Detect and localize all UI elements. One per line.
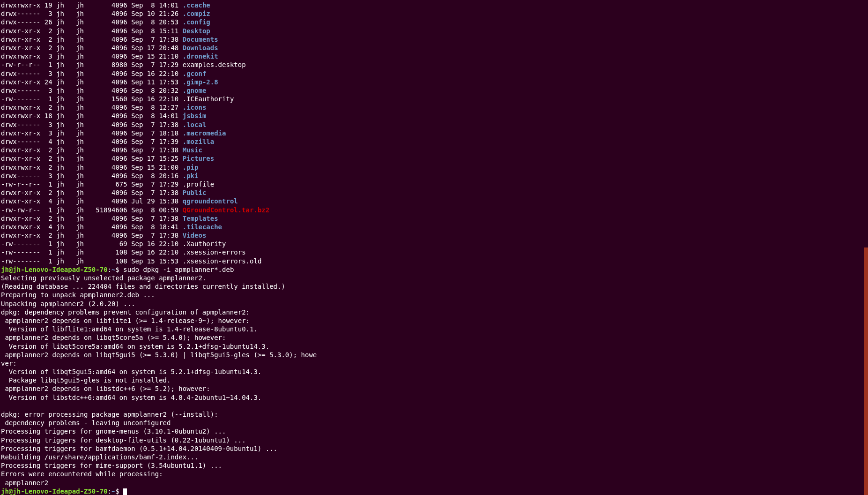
scrollbar-track[interactable] [864,0,868,495]
directory-name: qgroundcontrol [183,197,238,205]
ls-entry: drwxr-xr-x 2 jh jh 4096 Sep 7 17:38 Musi… [1,146,867,154]
directory-name: .gnome [183,87,207,94]
directory-name: Desktop [183,27,210,35]
ls-entry: drwx------ 3 jh jh 4096 Sep 8 20:32 .gno… [1,86,867,95]
file-name: .xsession-errors [183,248,246,256]
ls-entry: drwxr-xr-x 2 jh jh 4096 Sep 7 17:38 Publ… [1,188,867,197]
output-line: apmplanner2 [1,479,867,487]
ls-entry: -rw-r--r-- 1 jh jh 675 Sep 7 17:29 .prof… [1,180,867,188]
directory-name: .pip [183,164,199,171]
output-line: Version of libflite1:amd64 on system is … [1,325,867,333]
directory-name: Documents [183,36,218,43]
output-line: Processing triggers for mime-support (3.… [1,461,867,470]
output-line: dependency problems - leaving unconfigur… [1,419,867,427]
ls-entry: drwx------ 3 jh jh 4096 Sep 16 22:10 .gc… [1,69,867,78]
ls-entry: drwxrwxr-x 4 jh jh 4096 Sep 8 18:41 .til… [1,223,867,231]
ls-entry: drwxr-xr-x 4 jh jh 4096 Jul 29 15:38 qgr… [1,197,867,205]
directory-name: .icons [183,104,207,111]
prompt-dollar: $ [115,488,123,495]
ls-entry: drwxr-xr-x 3 jh jh 4096 Sep 7 18:18 .mac… [1,129,867,137]
ls-entry: drwxrwxr-x 18 jh jh 4096 Sep 8 14:01 jsb… [1,112,867,120]
ls-entry: drwxr-xr-x 2 jh jh 4096 Sep 7 17:38 Temp… [1,214,867,223]
output-line: Package libqt5gui5-gles is not installed… [1,376,867,384]
ls-entry: -rw------- 1 jh jh 69 Sep 16 22:10 .Xaut… [1,240,867,248]
directory-name: .compiz [183,10,210,17]
directory-name: Music [183,146,202,154]
output-line: dpkg: dependency problems prevent config… [1,308,867,316]
directory-name: Pictures [183,155,214,162]
directory-name: .gconf [183,70,207,77]
directory-name: .config [183,18,210,26]
ls-entry: drwx------ 3 jh jh 4096 Sep 8 20:16 .pki [1,172,867,180]
file-name: .profile [183,180,214,188]
prompt-user-host: jh@jh-Lenovo-Ideapad-Z50-70 [1,488,108,495]
directory-name: .ccache [183,1,210,9]
output-line: apmplanner2 depends on libqt5gui5 (>= 5.… [1,351,867,359]
ls-entry: drwxr-xr-x 2 jh jh 4096 Sep 17 15:25 Pic… [1,154,867,163]
ls-entry: drwxr-xr-x 2 jh jh 4096 Sep 7 17:38 Docu… [1,35,867,44]
ls-entry: -rw-rw-r-- 1 jh jh 51894606 Sep 8 00:59 … [1,206,867,214]
directory-name: .dronekit [183,52,218,60]
output-line: ver: [1,359,867,368]
directory-name: .macromedia [183,129,226,137]
ls-entry: -rw------- 1 jh jh 108 Sep 15 15:53 .xse… [1,257,867,265]
output-line: Preparing to unpack apmplanner2.deb ... [1,291,867,299]
output-line: Version of libqt5core5a:amd64 on system … [1,342,867,351]
output-line: Processing triggers for bamfdaemon (0.5.… [1,444,867,453]
file-name: .Xauthority [183,240,226,248]
output-line: apmplanner2 depends on libflite1 (>= 1.4… [1,316,867,325]
ls-entry: drwx------ 26 jh jh 4096 Sep 8 20:53 .co… [1,18,867,26]
archive-name: QGroundControl.tar.bz2 [183,206,269,214]
file-name: .xsession-errors.old [183,257,262,265]
prompt-line-active[interactable]: jh@jh-Lenovo-Ideapad-Z50-70:~$ [1,487,867,495]
output-line: Rebuilding /usr/share/applications/bamf-… [1,453,867,461]
directory-name: .mozilla [183,138,214,145]
directory-name: Downloads [183,44,218,52]
ls-entry: -rw------- 1 jh jh 108 Sep 16 22:10 .xse… [1,248,867,256]
ls-entry: drwxr-xr-x 2 jh jh 4096 Sep 17 20:48 Dow… [1,44,867,52]
prompt-user-host: jh@jh-Lenovo-Ideapad-Z50-70 [1,266,108,273]
output-line: Processing triggers for desktop-file-uti… [1,436,867,444]
ls-entry: drwxrwxr-x 3 jh jh 4096 Sep 15 21:10 .dr… [1,52,867,60]
directory-name: jsbsim [183,112,207,120]
output-line [1,402,867,410]
prompt-colon: : [108,488,111,495]
output-line: Errors were encountered while processing… [1,470,867,478]
ls-entry: drwx------ 3 jh jh 4096 Sep 10 21:26 .co… [1,9,867,18]
ls-entry: drwx------ 3 jh jh 4096 Sep 7 17:38 .loc… [1,120,867,129]
directory-name: .gimp-2.8 [183,78,218,86]
directory-name: Videos [183,232,207,239]
ls-entry: drwx------ 4 jh jh 4096 Sep 7 17:39 .moz… [1,137,867,146]
ls-entry: drwxrwxr-x 19 jh jh 4096 Sep 8 14:01 .cc… [1,1,867,9]
directory-name: Public [183,189,207,196]
output-line: Processing triggers for gnome-menus (3.1… [1,427,867,435]
file-name: examples.desktop [183,61,246,68]
directory-name: .local [183,121,207,128]
output-line: (Reading database ... 224404 files and d… [1,282,867,291]
scrollbar-thumb[interactable] [864,248,868,495]
ls-entry: -rw-r--r-- 1 jh jh 8980 Sep 7 17:29 exam… [1,60,867,69]
terminal-output[interactable]: drwxrwxr-x 19 jh jh 4096 Sep 8 14:01 .cc… [1,1,867,495]
directory-name: .tilecache [183,223,222,231]
output-line: Unpacking apmplanner2 (2.0.20) ... [1,300,867,308]
output-line: Version of libqt5gui5:amd64 on system is… [1,368,867,376]
output-line: apmplanner2 depends on libstdc++6 (>= 5.… [1,384,867,393]
prompt-line: jh@jh-Lenovo-Ideapad-Z50-70:~$ sudo dpkg… [1,265,867,274]
ls-entry: drwxr-xr-x 24 jh jh 4096 Sep 11 17:53 .g… [1,78,867,86]
command-text: sudo dpkg -i apmplanner*.deb [123,266,234,273]
ls-entry: drwxrwxr-x 2 jh jh 4096 Sep 8 12:27 .ico… [1,103,867,112]
directory-name: .pki [183,172,199,180]
output-line: Version of libstdc++6:amd64 on system is… [1,393,867,402]
prompt-colon: : [108,266,111,273]
output-line: apmplanner2 depends on libqt5core5a (>= … [1,333,867,342]
output-line: Selecting previously unselected package … [1,274,867,282]
ls-entry: drwxr-xr-x 2 jh jh 4096 Sep 7 17:38 Vide… [1,231,867,240]
output-line: dpkg: error processing package apmplanne… [1,410,867,419]
directory-name: Templates [183,215,218,222]
file-name: .ICEauthority [183,95,234,103]
prompt-dollar: $ [115,266,123,273]
ls-entry: drwxrwxr-x 2 jh jh 4096 Sep 15 21:00 .pi… [1,163,867,172]
ls-entry: drwxr-xr-x 2 jh jh 4096 Sep 8 15:11 Desk… [1,27,867,35]
cursor [123,488,127,495]
ls-entry: -rw------- 1 jh jh 1560 Sep 16 22:10 .IC… [1,95,867,103]
